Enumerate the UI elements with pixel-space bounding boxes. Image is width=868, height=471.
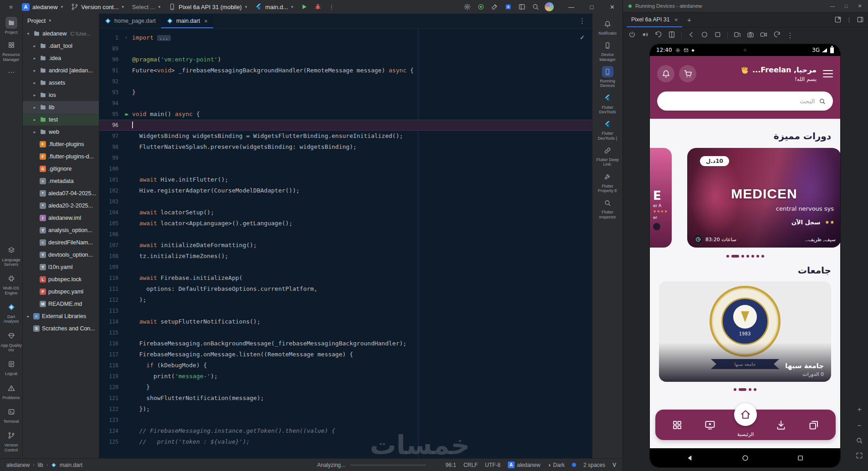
- line-number[interactable]: 96: [99, 120, 120, 131]
- tool-button-app-quality-insights[interactable]: App Quality Ins: [0, 329, 22, 353]
- code-line-107[interactable]: 107 await initializeDateFormatting();: [99, 240, 592, 251]
- tree-item-external-libraries[interactable]: ▸≡External Libraries: [23, 310, 99, 322]
- code-line-117[interactable]: 117 FirebaseMessaging.onMessage.listen((…: [99, 349, 592, 360]
- emulator-screen[interactable]: 12:40 ◆ 3G مرحبا: [650, 44, 840, 467]
- code-line-91[interactable]: 91Future<void> _firebaseMessagingBackgro…: [99, 65, 592, 76]
- line-number[interactable]: 107: [99, 240, 120, 251]
- tree-item-l10n-yaml[interactable]: Yl10n.yaml: [23, 261, 99, 273]
- universities-dot[interactable]: [734, 388, 736, 391]
- line-number[interactable]: 118: [99, 360, 120, 371]
- device-record-button[interactable]: [760, 31, 767, 40]
- code-line-108[interactable]: 108 tz.initializeTimeZones();: [99, 251, 592, 262]
- theme-widget[interactable]: ◑ Dark: [547, 462, 565, 468]
- tool-button-dart-analysis[interactable]: Dart Analysis: [0, 301, 22, 324]
- tool-button-flutter-devtools-2[interactable]: Flutter DevTools (: [593, 118, 622, 141]
- debug-button[interactable]: [311, 1, 324, 12]
- layout-button[interactable]: [516, 1, 528, 12]
- device-tab-pixel-6a[interactable]: Pixel 6a API 31 ×: [627, 12, 682, 27]
- tree-item-pubspec-lock[interactable]: Lpubspec.lock: [23, 273, 99, 285]
- tree-item-lib[interactable]: ▸lib: [23, 101, 99, 113]
- line-number[interactable]: 114: [99, 316, 120, 327]
- device-more-button[interactable]: ⋮: [786, 32, 794, 39]
- tool-button-project[interactable]: Project: [0, 16, 22, 35]
- run-button[interactable]: [298, 1, 311, 12]
- line-number[interactable]: 125: [99, 436, 120, 447]
- code-line-112[interactable]: 112 );: [99, 294, 592, 305]
- more-options-icon[interactable]: ⋮: [846, 16, 852, 23]
- caret-position[interactable]: 96:1: [445, 462, 456, 468]
- line-number[interactable]: 109: [99, 262, 120, 273]
- code-line-92[interactable]: 92: [99, 76, 592, 87]
- tool-button-notifications[interactable]: Notificatio: [598, 18, 617, 35]
- code-line-121[interactable]: 121 showFlutterNotification(message);: [99, 393, 592, 404]
- code-line-111[interactable]: 111 options: DefaultFirebaseOptions.curr…: [99, 284, 592, 294]
- carousel-dot[interactable]: [746, 255, 749, 258]
- line-number[interactable]: 111: [99, 284, 120, 294]
- open-in-window-icon[interactable]: [834, 16, 842, 23]
- code-line-123[interactable]: 123: [99, 415, 592, 425]
- nav-library-button[interactable]: [808, 420, 819, 430]
- device-restart-button[interactable]: [773, 31, 781, 40]
- line-number[interactable]: 115: [99, 327, 120, 338]
- code-line-90[interactable]: 90@pragma('vm:entry-point'): [99, 54, 592, 65]
- tool-button-logcat[interactable]: Logcat: [0, 358, 22, 376]
- fit-to-window-icon[interactable]: [856, 452, 863, 459]
- vim-plugin-icon[interactable]: V: [613, 462, 616, 468]
- build-button[interactable]: [488, 1, 501, 12]
- code-line-110[interactable]: 110 await Firebase.initializeApp(: [99, 273, 592, 284]
- line-number[interactable]: 119: [99, 371, 120, 382]
- device-overview-button[interactable]: [714, 31, 721, 40]
- enroll-now-button[interactable]: سجل الآن: [791, 219, 821, 226]
- tool-button-version-control[interactable]: Version Control: [0, 429, 22, 453]
- code-editor[interactable]: ✓ 1›import ...8990@pragma('vm:entry-poin…: [99, 29, 592, 458]
- line-number[interactable]: 117: [99, 349, 120, 360]
- tool-button-language-servers[interactable]: Language Servers: [0, 244, 22, 268]
- nav-live-button[interactable]: [705, 420, 715, 430]
- line-ending[interactable]: CRLF: [464, 462, 478, 468]
- code-line-116[interactable]: 116 FirebaseMessaging.onBackgroundMessag…: [99, 338, 592, 349]
- tree-item-aleda20-2-2025[interactable]: *aleda20-2-2025...: [23, 199, 99, 212]
- line-number[interactable]: 120: [99, 382, 120, 393]
- tab-options-icon[interactable]: ⋮: [572, 14, 592, 28]
- ai-assistant-button[interactable]: [502, 1, 515, 12]
- device-selector[interactable]: Pixel 6a API 31 (mobile) ▾: [165, 1, 250, 12]
- university-card[interactable]: 1983 جامعة سبها جامعة سبها 0 الدورات: [659, 281, 831, 382]
- cart-button[interactable]: [679, 65, 696, 82]
- tree-item-metadata[interactable]: ≡.metadata: [23, 175, 99, 187]
- code-line-89[interactable]: 89: [99, 43, 592, 54]
- tool-button-more-tool-windows[interactable]: ⋯: [0, 66, 22, 79]
- android-recents-icon[interactable]: [797, 454, 804, 462]
- indent-setting[interactable]: 2 spaces: [583, 462, 605, 468]
- line-number[interactable]: 110: [99, 273, 120, 284]
- line-number[interactable]: 106: [99, 229, 120, 240]
- device-home-round-button[interactable]: [701, 31, 708, 40]
- code-line-102[interactable]: 102 Hive.registerAdapter(CourseModelDBAd…: [99, 185, 592, 196]
- line-number[interactable]: 112: [99, 294, 120, 305]
- tree-item-gitignore[interactable]: G.gitignore: [23, 162, 99, 175]
- add-device-button[interactable]: +: [682, 12, 696, 27]
- close-tab-icon[interactable]: ×: [674, 16, 678, 23]
- tree-item-android-aledan[interactable]: ▸android [aledan...: [23, 64, 99, 76]
- code-line-104[interactable]: 104 await locatorSetup();: [99, 207, 592, 218]
- line-number[interactable]: 121: [99, 393, 120, 404]
- menu-icon[interactable]: [823, 70, 833, 78]
- course-card[interactable]: 10د.ل MEDICEN central nervous sys سجل ال…: [687, 148, 840, 248]
- code-line-109[interactable]: 109: [99, 262, 592, 273]
- zoom-in-icon[interactable]: ＋: [856, 405, 863, 414]
- line-number[interactable]: 116: [99, 338, 120, 349]
- line-number[interactable]: 94: [99, 98, 120, 109]
- line-number[interactable]: 102: [99, 185, 120, 196]
- tree-item-flutter-plugins-d[interactable]: F.flutter-plugins-d...: [23, 150, 99, 162]
- code-line-93[interactable]: 93}: [99, 87, 592, 98]
- android-back-icon[interactable]: [686, 454, 694, 462]
- notifications-button[interactable]: [657, 65, 674, 82]
- tree-item-idea[interactable]: ▸.idea: [23, 52, 99, 64]
- line-number[interactable]: 93: [99, 87, 120, 98]
- device-mirror-button[interactable]: [734, 31, 741, 40]
- code-line-100[interactable]: 100: [99, 163, 592, 174]
- tree-item-assets[interactable]: ▸assets: [23, 76, 99, 89]
- settings-button[interactable]: [461, 1, 474, 12]
- tree-item-web[interactable]: ▸web: [23, 126, 99, 138]
- line-number[interactable]: 90: [99, 54, 120, 65]
- dart-analysis-status-icon[interactable]: [572, 463, 576, 467]
